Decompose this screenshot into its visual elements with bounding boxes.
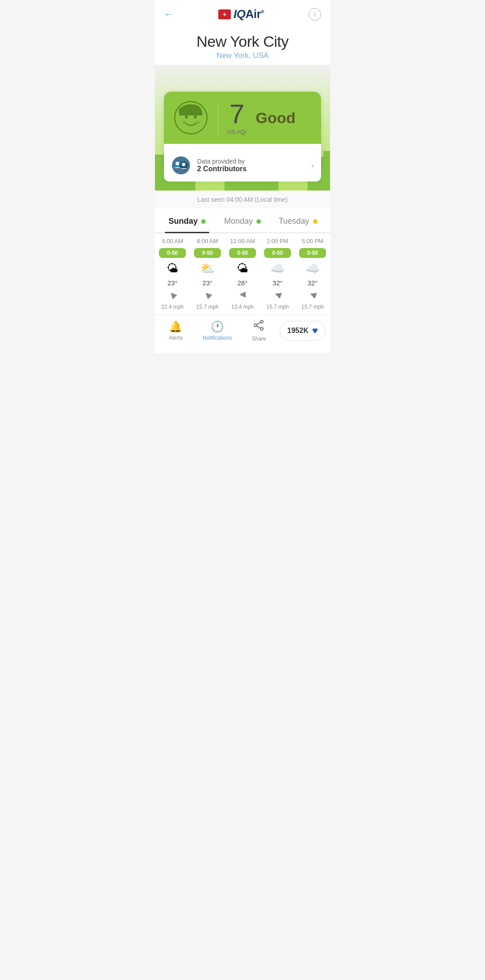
aqi-badge-2: 0-50: [229, 248, 256, 258]
contributors-label: Data provided by: [197, 158, 311, 165]
forecast-section: 5:00 AM 0-50 🌤 23° ▶ 22.4 mph 8:00 AM 0-…: [155, 233, 330, 315]
bottom-nav: 🔔 Alerts 🕐 Notifications Share 1952K ♥: [155, 315, 330, 351]
forecast-wind-0: 22.4 mph: [161, 304, 184, 310]
weather-icon-4: ☁️: [305, 262, 320, 275]
weather-icon-2: 🌤: [237, 262, 248, 275]
forecast-time-2: 11:00 AM: [230, 238, 255, 244]
share-label: Share: [251, 336, 266, 342]
last-seen-text: Last seen 04:00 AM (Local time): [155, 191, 330, 208]
day-tabs: Sunday Monday Tuesday: [155, 208, 330, 233]
aqi-divider: [218, 102, 218, 133]
nav-share[interactable]: Share: [238, 319, 280, 342]
weather-icon-3: ☁️: [270, 262, 285, 275]
svg-point-33: [254, 324, 257, 327]
svg-line-35: [257, 323, 260, 325]
tab-sunday-label: Sunday: [168, 217, 198, 226]
forecast-temp-1: 23°: [203, 279, 213, 287]
forecast-col-3: 2:00 PM 0-50 ☁️ 32° ▶ 15.7 mph: [260, 233, 295, 315]
tab-sunday[interactable]: Sunday: [159, 208, 215, 232]
forecast-wind-1: 15.7 mph: [196, 304, 219, 310]
forecast-col-4: 5:00 PM 0-50 ☁️ 32° ▶ 15.7 mph: [295, 233, 330, 315]
aqi-value: 7: [229, 101, 244, 128]
svg-point-30: [176, 162, 179, 165]
aqi-number-section: 7 US AQI Good: [227, 101, 312, 135]
contributors-value: 2 Contributors: [197, 165, 311, 173]
back-button[interactable]: ←: [164, 9, 174, 20]
forecast-col-2: 11:00 AM 0-50 🌤 28° ▶ 13.4 mph: [225, 233, 260, 315]
forecast-temp-4: 32°: [308, 279, 318, 287]
tab-tuesday-label: Tuesday: [278, 217, 309, 226]
weather-icon-0: 🌤: [167, 262, 178, 275]
notifications-icon: 🕐: [211, 320, 224, 333]
city-region: New York, USA: [155, 51, 330, 60]
contributors-arrow-icon: ›: [311, 161, 314, 170]
forecast-time-4: 5:00 PM: [302, 238, 323, 244]
alerts-label: Alerts: [169, 335, 183, 341]
contributors-text: Data provided by 2 Contributors: [197, 158, 311, 173]
wind-arrow-0: ▶: [167, 289, 178, 301]
svg-point-34: [260, 328, 263, 330]
logo: + IQAir®: [218, 7, 264, 21]
logo-cross-icon: +: [218, 9, 231, 19]
forecast-time-1: 8:00 AM: [197, 238, 218, 244]
notifications-label: Notifications: [203, 335, 232, 341]
forecast-wind-2: 13.4 mph: [231, 304, 254, 310]
svg-point-32: [260, 320, 263, 323]
tab-monday-dot: [256, 219, 261, 224]
forecast-temp-0: 23°: [168, 279, 178, 287]
aqi-status: Good: [256, 109, 295, 127]
skyline-section: 7 US AQI Good 🌥 23° ▶ 11 mph: [155, 65, 330, 191]
logo-text: IQAir®: [234, 7, 264, 21]
tab-tuesday-dot: [313, 219, 317, 224]
forecast-col-0: 5:00 AM 0-50 🌤 23° ▶ 22.4 mph: [155, 233, 190, 315]
forecast-wind-3: 15.7 mph: [266, 304, 289, 310]
share-icon: [253, 319, 265, 334]
svg-point-26: [196, 121, 200, 124]
wind-arrow-2: ▶: [239, 290, 246, 300]
forecast-col-1: 8:00 AM 0-50 ⛅ 23° ▶ 15.7 mph: [190, 233, 225, 315]
forecast-time-3: 2:00 PM: [267, 238, 288, 244]
wind-arrow-3: ▶: [273, 289, 282, 301]
nav-notifications[interactable]: 🕐 Notifications: [197, 320, 238, 341]
forecast-time-0: 5:00 AM: [162, 238, 183, 244]
aqi-value-col: 7 US AQI: [227, 101, 247, 135]
love-count: 1952K: [287, 327, 309, 335]
tab-monday[interactable]: Monday: [215, 208, 270, 232]
aqi-badge-4: 0-50: [299, 248, 326, 258]
forecast-temp-3: 32°: [273, 279, 283, 287]
contributors-card[interactable]: Data provided by 2 Contributors ›: [164, 149, 321, 182]
info-button[interactable]: i: [309, 8, 321, 21]
aqi-label: US AQI: [227, 129, 247, 135]
svg-line-36: [257, 326, 260, 328]
svg-point-25: [181, 121, 186, 124]
nav-alerts[interactable]: 🔔 Alerts: [155, 320, 197, 341]
svg-rect-20: [323, 151, 330, 191]
weather-icon-1: ⛅: [200, 262, 215, 275]
alerts-icon: 🔔: [169, 320, 182, 333]
tab-sunday-dot: [201, 219, 206, 224]
tab-monday-label: Monday: [224, 217, 253, 226]
heart-icon: ♥: [312, 325, 318, 337]
svg-point-24: [194, 115, 197, 119]
forecast-wind-4: 15.7 mph: [301, 304, 324, 310]
city-name: New York City: [155, 33, 330, 50]
aqi-face-icon: [173, 100, 209, 136]
wind-arrow-4: ▶: [308, 289, 317, 301]
aqi-badge-1: 0-50: [194, 248, 221, 258]
tab-tuesday[interactable]: Tuesday: [270, 208, 326, 232]
svg-point-31: [182, 163, 185, 166]
love-button[interactable]: 1952K ♥: [280, 321, 326, 341]
aqi-top-section: 7 US AQI Good: [164, 92, 321, 144]
forecast-temp-2: 28°: [238, 279, 248, 287]
svg-point-23: [185, 115, 188, 119]
contributors-icon: [171, 155, 191, 175]
aqi-badge-0: 0-50: [159, 248, 186, 258]
city-section: New York City New York, USA: [155, 25, 330, 60]
app-header: ← + IQAir® i: [155, 0, 330, 25]
wind-arrow-1: ▶: [202, 289, 213, 301]
aqi-badge-3: 0-50: [264, 248, 291, 258]
forecast-row: 5:00 AM 0-50 🌤 23° ▶ 22.4 mph 8:00 AM 0-…: [155, 233, 330, 315]
